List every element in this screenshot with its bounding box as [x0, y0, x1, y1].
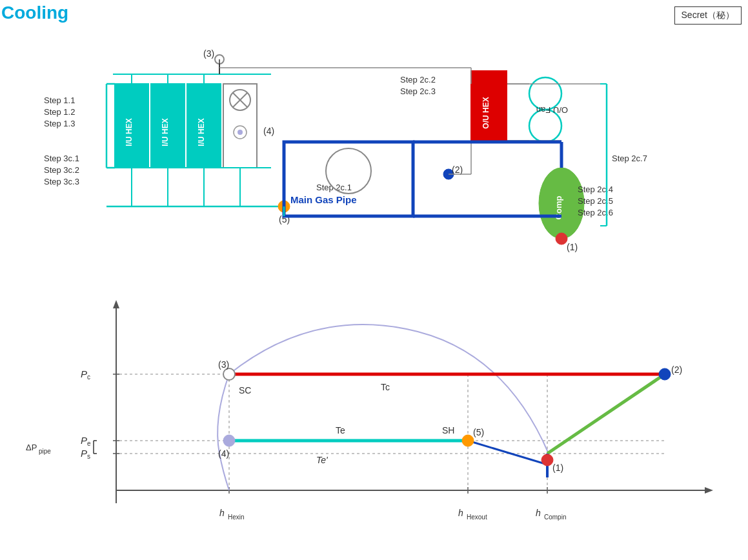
te-text: Te: [336, 425, 345, 435]
ps-label: P: [81, 448, 87, 459]
step2c5-label: Step 2c.5: [578, 196, 613, 206]
secret-badge: Secret（秘）: [674, 6, 742, 25]
main-gas-pipe-label: Main Gas Pipe: [290, 194, 357, 205]
step-3c3-label: Step 3c.3: [44, 177, 79, 186]
graph-node-1: [541, 454, 553, 466]
node-1-dot: [556, 233, 567, 245]
step2c2-label: Step 2c.2: [400, 75, 436, 85]
iu-hex-1-label: I/U HEX: [125, 118, 134, 146]
sh-text: SH: [442, 425, 454, 435]
node-1-label: (1): [567, 242, 578, 252]
graph-node-3-label: (3): [218, 359, 229, 370]
graph-node-4-label: (4): [218, 448, 229, 459]
diagram-svg: Step 1.1 Step 1.2 Step 1.3 Step 3c.1 Ste…: [0, 32, 748, 284]
ou-fan-label: O/U Fan: [536, 105, 568, 115]
page-title: Cooling: [1, 3, 68, 23]
step-1-2-label: Step 1.2: [44, 107, 75, 117]
node-3-label: (3): [203, 48, 214, 59]
pe-label: P: [81, 435, 87, 446]
node-2-label: (2): [452, 165, 463, 175]
step2c3-label: Step 2c.3: [400, 86, 436, 96]
svg-text:Hexout: Hexout: [467, 514, 487, 521]
iu-hex-2-label: I/U HEX: [161, 118, 170, 146]
step2c6-label: Step 2c.6: [578, 208, 613, 217]
step-1-1-label: Step 1.1: [44, 95, 75, 105]
step2c7-label: Step 2c.7: [612, 154, 647, 163]
suction-pipe-line: [468, 441, 547, 465]
ps-sub: s: [87, 453, 90, 460]
graph-node-2-label: (2): [671, 365, 682, 375]
h-compin-label: h: [536, 508, 541, 518]
delta-p-label: ΔP: [26, 443, 37, 452]
pc-sub: c: [87, 374, 90, 381]
h-hexin-label: h: [219, 508, 225, 518]
graph-node-4: [223, 435, 235, 446]
graph-node-5: [462, 435, 474, 446]
graph-node-5-label: (5): [473, 427, 484, 437]
graph-svg: P c P e P s ΔP pipe h Hexin h Hexout h C…: [19, 290, 729, 548]
compression-line: [547, 374, 665, 454]
svg-text:Hexin: Hexin: [228, 514, 245, 521]
main-container: Cooling Secret（秘） Step 1.1 Step 1.2 Step…: [0, 0, 748, 560]
sc-text: SC: [239, 385, 251, 395]
graph-node-2: [659, 368, 671, 380]
step-1-3-label: Step 1.3: [44, 119, 75, 128]
pe-sub: e: [87, 440, 91, 447]
svg-text:Compin: Compin: [544, 514, 566, 521]
graph-node-3: [223, 368, 235, 380]
step2c4-label: Step 2c.4: [578, 185, 613, 194]
graph-node-1-label: (1): [552, 463, 563, 473]
step-3c2-label: Step 3c.2: [44, 165, 79, 175]
iu-hex-3-label: I/U HEX: [197, 118, 206, 146]
tc-text: Tc: [381, 382, 390, 392]
svg-point-16: [529, 110, 561, 142]
ou-hex-label: O/U HEX: [481, 97, 490, 128]
te-prime-text: Te': [316, 455, 329, 465]
svg-marker-39: [113, 300, 119, 308]
svg-point-7: [238, 130, 243, 135]
pc-label: P: [81, 368, 87, 379]
node-4-label: (4): [263, 126, 274, 136]
h-hexout-label: h: [458, 508, 463, 518]
step-3c1-label: Step 3c.1: [44, 154, 79, 163]
svg-marker-41: [705, 487, 713, 494]
svg-text:pipe: pipe: [39, 448, 51, 455]
